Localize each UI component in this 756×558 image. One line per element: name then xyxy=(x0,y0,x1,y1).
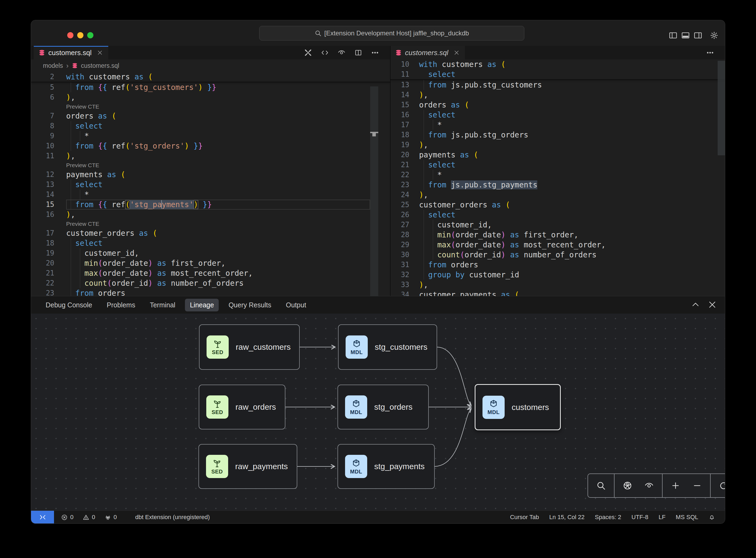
close-tab-icon[interactable] xyxy=(97,50,103,56)
code-line-5[interactable]: 5 from {{ ref('stg_customers') }} xyxy=(31,82,390,92)
code-line-24[interactable]: 24), xyxy=(390,190,725,200)
aperture-icon[interactable] xyxy=(623,481,632,490)
lineage-node-raw_customers[interactable]: SED raw_customers xyxy=(199,324,300,370)
code-line-25[interactable]: 25customer_orders as ( xyxy=(390,200,725,210)
code-line-17[interactable]: 17 * xyxy=(390,120,725,130)
code-line-29[interactable]: 29 max(order_date) as most_recent_order, xyxy=(390,240,725,250)
status-lf[interactable]: LF xyxy=(658,514,666,521)
close-panel-icon[interactable] xyxy=(708,300,717,309)
lineage-node-stg_customers[interactable]: MDL stg_customers xyxy=(338,324,437,370)
code-line-30[interactable]: 30 count(order_id) as number_of_orders xyxy=(390,250,725,260)
status-utf-8[interactable]: UTF-8 xyxy=(631,514,648,521)
code-line-28[interactable]: 28 min(order_date) as first_order, xyxy=(390,230,725,240)
editor-left-code[interactable]: 2with customers as (5 from {{ ref('stg_c… xyxy=(31,72,390,296)
settings-gear-icon[interactable] xyxy=(709,30,719,40)
code-line-10[interactable]: 10 from {{ ref('stg_orders') }} xyxy=(31,141,390,151)
maximize-panel-icon[interactable] xyxy=(691,300,700,309)
code-line-31[interactable]: 31 from orders xyxy=(390,260,725,270)
zoom-window-button[interactable] xyxy=(87,32,94,39)
status-dbt-mark-icon[interactable]: dbt Extension (unregistered) xyxy=(126,514,210,521)
lineage-node-raw_orders[interactable]: SED raw_orders xyxy=(199,385,285,429)
code-line-11[interactable]: 11), xyxy=(31,151,390,161)
status-error-icon[interactable]: 0 xyxy=(61,514,74,521)
search-icon[interactable] xyxy=(596,481,606,490)
code-line-27[interactable]: 27 customer_id, xyxy=(390,220,725,230)
codelens-preview-cte[interactable]: Preview CTE xyxy=(31,102,390,111)
code-line-21[interactable]: 21 max(order_date) as most_recent_order, xyxy=(31,268,390,278)
code-line-16[interactable]: 16), xyxy=(31,209,390,220)
code-line-14[interactable]: 14), xyxy=(390,90,725,100)
toggle-secondary-sidebar-icon[interactable] xyxy=(693,30,703,40)
eye-icon[interactable] xyxy=(644,481,654,490)
code-line-14[interactable]: 14 * xyxy=(31,189,390,200)
code-line-19[interactable]: 19 customer_id, xyxy=(31,248,390,258)
status-radio-tower-icon[interactable]: 0 xyxy=(104,514,117,521)
panel-tab-lineage[interactable]: Lineage xyxy=(185,299,219,311)
close-window-button[interactable] xyxy=(67,32,74,39)
code-line-8[interactable]: 8 select xyxy=(31,121,390,131)
panel-tab-terminal[interactable]: Terminal xyxy=(145,299,180,311)
code-line-13[interactable]: 13 select xyxy=(31,180,390,189)
tab-customers-sql-right[interactable]: customers.sql xyxy=(390,46,465,59)
compile-code-icon[interactable] xyxy=(320,48,329,57)
code-line-11[interactable]: 11 select xyxy=(390,70,725,79)
status-bell-icon[interactable] xyxy=(708,514,715,521)
codelens-preview-cte[interactable]: Preview CTE xyxy=(31,161,390,170)
status-cursor-tab[interactable]: Cursor Tab xyxy=(510,514,539,521)
codelens-preview-cte[interactable]: Preview CTE xyxy=(31,220,390,228)
code-line-33[interactable]: 33), xyxy=(390,280,725,290)
code-line-26[interactable]: 26 select xyxy=(390,210,725,220)
code-line-18[interactable]: 18 select xyxy=(31,238,390,248)
code-line-21[interactable]: 21 select xyxy=(390,160,725,170)
panel-tab-query-results[interactable]: Query Results xyxy=(224,299,276,311)
toggle-panel-icon[interactable] xyxy=(681,30,690,40)
split-editor-icon[interactable] xyxy=(354,48,363,57)
lineage-node-stg_payments[interactable]: MDL stg_payments xyxy=(338,444,435,489)
panel-tab-debug-console[interactable]: Debug Console xyxy=(41,299,97,311)
dbt-mark-icon[interactable] xyxy=(304,48,312,57)
zoom-in-icon[interactable] xyxy=(671,481,680,490)
code-line-20[interactable]: 20payments as ( xyxy=(390,150,725,160)
code-line-22[interactable]: 22 count(order_id) as number_of_orders xyxy=(31,278,390,288)
code-line-10[interactable]: 10with customers as ( xyxy=(390,59,725,70)
remote-indicator[interactable] xyxy=(31,511,54,524)
lineage-canvas[interactable]: SED raw_customers MDL stg_customers SED … xyxy=(31,313,725,511)
code-line-15[interactable]: 15orders as ( xyxy=(390,100,725,110)
code-line-17[interactable]: 17customer_orders as ( xyxy=(31,228,390,238)
command-center-search[interactable]: [Extension Development Host] jaffle_shop… xyxy=(259,26,524,41)
code-line-22[interactable]: 22 * xyxy=(390,170,725,180)
code-line-16[interactable]: 16 select xyxy=(390,110,725,120)
editor-right-scrollbar[interactable] xyxy=(718,61,725,155)
code-line-20[interactable]: 20 min(order_date) as first_order, xyxy=(31,258,390,268)
panel-tab-problems[interactable]: Problems xyxy=(102,299,140,311)
breadcrumb[interactable]: models › customers.sql xyxy=(31,59,390,72)
preview-eye-icon[interactable] xyxy=(337,48,346,57)
panel-tab-output[interactable]: Output xyxy=(281,299,311,311)
lineage-node-customers[interactable]: MDL customers xyxy=(475,384,561,430)
minimize-window-button[interactable] xyxy=(77,32,83,39)
lineage-node-stg_orders[interactable]: MDL stg_orders xyxy=(338,385,429,429)
code-line-7[interactable]: 7orders as ( xyxy=(31,111,390,121)
code-line-32[interactable]: 32 group by customer_id xyxy=(390,270,725,280)
more-actions-icon[interactable] xyxy=(706,48,714,57)
tab-customers-sql-left[interactable]: customers.sql xyxy=(34,46,108,59)
code-line-18[interactable]: 18 from js.pub.stg_orders xyxy=(390,130,725,140)
status-ln-15-col-22[interactable]: Ln 15, Col 22 xyxy=(549,514,584,521)
breadcrumb-folder[interactable]: models xyxy=(43,62,63,70)
code-line-2[interactable]: 2with customers as ( xyxy=(31,72,390,82)
code-line-23[interactable]: 23 from js.pub.stg_payments xyxy=(390,180,725,190)
editor-right-code[interactable]: 10with customers as (11 select13 from js… xyxy=(390,59,725,296)
status-spaces-2[interactable]: Spaces: 2 xyxy=(595,514,621,521)
more-actions-icon[interactable] xyxy=(371,48,379,57)
code-line-34[interactable]: 34customer_payments as ( xyxy=(390,290,725,296)
code-line-15[interactable]: 15 from {{ ref('stg_payments') }} xyxy=(31,200,390,209)
zoom-out-icon[interactable] xyxy=(692,481,702,490)
status-ms-sql[interactable]: MS SQL xyxy=(676,514,698,521)
lineage-node-raw_payments[interactable]: SED raw_payments xyxy=(199,444,297,489)
code-line-6[interactable]: 6), xyxy=(31,92,390,102)
refresh-icon[interactable] xyxy=(719,481,725,490)
code-line-12[interactable]: 12payments as ( xyxy=(31,170,390,180)
code-line-9[interactable]: 9 * xyxy=(31,131,390,141)
close-tab-icon[interactable] xyxy=(453,50,460,56)
code-line-19[interactable]: 19), xyxy=(390,140,725,150)
